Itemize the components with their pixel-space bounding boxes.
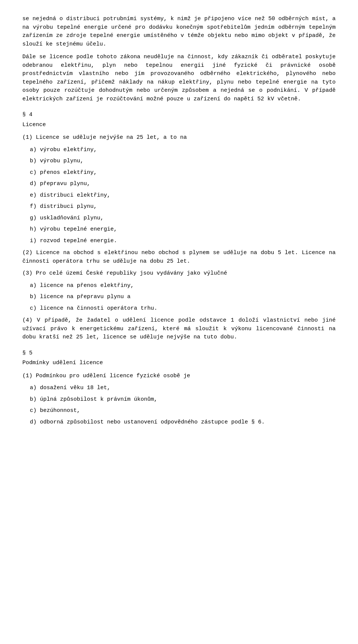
list-item-3c-text: c) licence na činnosti operátora trhu. <box>30 304 336 313</box>
paragraph-5: (3) Pro celé území České republiky jsou … <box>22 269 336 278</box>
paragraph-1: se nejedná o distribuci potrubními systé… <box>22 15 336 49</box>
list-item-3b: b) licence na přepravu plynu a <box>22 293 336 301</box>
list-item-3b-text: b) licence na přepravu plynu a <box>30 293 336 301</box>
list-item-a-text: a) výrobu elektřiny, <box>30 146 336 154</box>
section-5-title-text: Podmínky udělení licence <box>22 359 336 368</box>
list-item-3a-text: a) licence na přenos elektřiny, <box>30 282 336 290</box>
list-item-d-text: d) přepravu plynu, <box>30 180 336 188</box>
paragraph-3-text: (1) Licence se uděluje nejvýše na 25 let… <box>22 134 336 142</box>
list-item-p7a-text: a) dosažení věku 18 let, <box>30 384 336 393</box>
list-item-b-text: b) výrobu plynu, <box>30 157 336 166</box>
list-item-e-text: e) distribuci elektřiny, <box>30 191 336 200</box>
list-item-3a: a) licence na přenos elektřiny, <box>22 282 336 290</box>
section-5-header: § 5 <box>22 349 336 358</box>
list-item-i: i) rozvod tepelné energie. <box>22 237 336 246</box>
paragraph-6: (4) V případě, že žadatel o udělení lice… <box>22 316 336 342</box>
list-item-3c: c) licence na činnosti operátora trhu. <box>22 304 336 313</box>
paragraph-2-text: Dále se licence podle tohoto zákona neud… <box>22 53 336 103</box>
paragraph-7: (1) Podmínkou pro udělení licence fyzick… <box>22 372 336 381</box>
list-item-p7d: d) odborná způsobilost nebo ustanovení o… <box>22 418 336 427</box>
list-item-e: e) distribuci elektřiny, <box>22 191 336 200</box>
list-item-i-text: i) rozvod tepelné energie. <box>30 237 336 246</box>
section-4-header: § 4 <box>22 111 336 119</box>
paragraph-4: (2) Licence na obchod s elektřinou nebo … <box>22 249 336 266</box>
list-item-g-text: g) uskladňování plynu, <box>30 214 336 223</box>
paragraph-4-text: (2) Licence na obchod s elektřinou nebo … <box>22 249 336 266</box>
list-item-f: f) distribuci plynu, <box>22 203 336 211</box>
list-item-p7c-text: c) bezúhonnost, <box>30 407 336 415</box>
list-item-p7b: b) úplná způsobilost k právním úkonům, <box>22 396 336 404</box>
list-item-d: d) přepravu plynu, <box>22 180 336 188</box>
list-item-h-text: h) výrobu tepelné energie, <box>30 225 336 234</box>
paragraph-1-text: se nejedná o distribuci potrubními systé… <box>22 15 336 49</box>
paragraph-5-text: (3) Pro celé území České republiky jsou … <box>22 269 336 278</box>
list-item-p7a: a) dosažení věku 18 let, <box>22 384 336 393</box>
paragraph-2: Dále se licence podle tohoto zákona neud… <box>22 53 336 103</box>
document-content: se nejedná o distribuci potrubními systé… <box>22 15 336 426</box>
list-item-c-text: c) přenos elektřiny, <box>30 169 336 177</box>
section-4-symbol: § 4 <box>22 111 336 119</box>
section-5-symbol: § 5 <box>22 349 336 358</box>
list-item-p7c: c) bezúhonnost, <box>22 407 336 415</box>
list-item-f-text: f) distribuci plynu, <box>30 203 336 211</box>
paragraph-6-text: (4) V případě, že žadatel o udělení lice… <box>22 316 336 342</box>
list-item-p7d-text: d) odborná způsobilost nebo ustanovení o… <box>30 418 336 427</box>
section-4-title: Licence <box>22 121 336 129</box>
list-item-g: g) uskladňování plynu, <box>22 214 336 223</box>
list-item-a: a) výrobu elektřiny, <box>22 146 336 154</box>
section-4-title-text: Licence <box>22 121 336 129</box>
paragraph-7-text: (1) Podmínkou pro udělení licence fyzick… <box>22 372 336 381</box>
paragraph-3: (1) Licence se uděluje nejvýše na 25 let… <box>22 134 336 142</box>
list-item-b: b) výrobu plynu, <box>22 157 336 166</box>
list-item-c: c) přenos elektřiny, <box>22 169 336 177</box>
list-item-p7b-text: b) úplná způsobilost k právním úkonům, <box>30 396 336 404</box>
list-item-h: h) výrobu tepelné energie, <box>22 225 336 234</box>
section-5-title: Podmínky udělení licence <box>22 359 336 368</box>
